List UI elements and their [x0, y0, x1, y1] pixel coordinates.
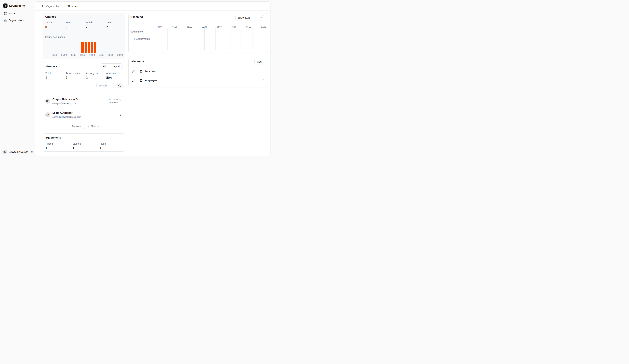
- bar-slot: [103, 42, 106, 53]
- bar-slot: [87, 42, 91, 53]
- panel-left-icon[interactable]: [41, 4, 44, 7]
- stat-label: Adoption: [106, 72, 127, 75]
- stat-label: Active year: [86, 72, 106, 75]
- drag-grip-icon[interactable]: [262, 70, 264, 73]
- bar-slot: [106, 42, 109, 53]
- bar-slot: [91, 42, 94, 53]
- delete-trash-icon[interactable]: [140, 79, 142, 82]
- edit-pencil-icon[interactable]: [132, 79, 135, 82]
- chevron-right-icon: [63, 5, 65, 7]
- chevrons-up-down-icon: [31, 151, 33, 153]
- stat-value: 1: [45, 146, 72, 150]
- stat-label: Plugs: [100, 142, 127, 145]
- planning-row: [130, 43, 265, 50]
- sidebar-item-label: Home: [9, 12, 15, 15]
- sidebar-item-label: Organizations: [9, 19, 24, 22]
- bar-slot: [115, 42, 119, 53]
- drag-grip-icon[interactable]: [262, 79, 264, 82]
- page-1-button[interactable]: 1: [84, 124, 89, 129]
- next-label: Next: [91, 125, 96, 128]
- previous-page-button[interactable]: Previous: [68, 125, 81, 128]
- hourly-chart-bars: [47, 42, 122, 53]
- chevron-down-icon: [78, 5, 80, 7]
- planning-row-label: Fredericmouth: [130, 38, 150, 40]
- bar-slot: [112, 42, 115, 53]
- planning-row: Fredericmouth: [130, 35, 265, 42]
- bar: [94, 42, 96, 53]
- delete-trash-icon[interactable]: [140, 70, 142, 73]
- planning-row: South Elvie: [130, 28, 265, 35]
- search-button[interactable]: [117, 83, 123, 88]
- member-info: Leola Aufderharabner-douglas@deliverup.c…: [52, 111, 119, 118]
- last-charge-label: Last charge: [108, 98, 118, 101]
- members-actions: Add Import: [100, 63, 123, 69]
- hierarchy-row: employee: [131, 76, 264, 84]
- avatar: LA: [45, 112, 50, 117]
- breadcrumb-organizations[interactable]: Organizations: [46, 5, 61, 7]
- planning-title: Planning: [131, 15, 143, 18]
- x-tick-label: 17:00: [99, 54, 104, 56]
- bar-slot: [97, 42, 100, 53]
- bar-slot: [69, 42, 72, 53]
- search-input[interactable]: [96, 83, 114, 88]
- hourly-chart-title: Hourly occupation: [45, 36, 65, 38]
- stat-value: 2: [86, 25, 106, 29]
- stat-value: 2: [65, 25, 86, 29]
- add-hierarchy-button[interactable]: Add: [254, 59, 264, 64]
- charges-title: Charges: [45, 15, 56, 18]
- hierarchy-card: Hierarchy Add functionemployee: [128, 57, 267, 87]
- x-tick-label: 11:00: [80, 54, 85, 56]
- sidebar: LaChargerie Home Orga: [0, 0, 35, 157]
- next-page-button[interactable]: Next: [91, 125, 100, 128]
- chevron-down-icon: [260, 16, 262, 19]
- bar-slot: [62, 42, 65, 53]
- bar-slot: [47, 42, 50, 53]
- x-tick-label: 02:00: [52, 54, 57, 56]
- bar-slot: [81, 42, 84, 53]
- avatar: GS: [45, 99, 50, 104]
- add-member-button[interactable]: Add: [100, 63, 110, 69]
- chevron-right-icon: [97, 125, 100, 127]
- planning-rows: South ElvieFredericmouth: [130, 28, 265, 50]
- hourly-chart-xlabels: 02:0005:0008:0011:0014:0017:0020:0023:00: [47, 54, 122, 57]
- import-members-button[interactable]: Import: [110, 63, 123, 69]
- sidebar-item-home[interactable]: Home: [2, 11, 32, 16]
- planning-date-select[interactable]: 11/29/2025: [235, 15, 264, 20]
- x-tick-label: 14:00: [89, 54, 95, 56]
- breadcrumb: Organizations Wiza Inc: [35, 1, 270, 11]
- edit-pencil-icon[interactable]: [132, 70, 135, 73]
- equipments-stats: Places1 Stations1 Plugs1: [45, 142, 127, 150]
- bar-slot: [109, 42, 112, 53]
- hierarchy-item-label: employee: [145, 79, 262, 82]
- stat-value: 2: [106, 25, 126, 29]
- stat-value: 1: [72, 146, 100, 150]
- stat-label: Places: [45, 142, 72, 145]
- planning-card: Planning 11/29/2025 00:0001:0002:0003:00…: [128, 13, 267, 53]
- equipments-title: Equipments: [45, 136, 61, 139]
- planning-row-label: South Elvie: [130, 30, 143, 33]
- sidebar-nav: Home Organizations: [2, 11, 32, 23]
- hierarchy-list: functionemployee: [131, 67, 264, 84]
- stat-label: Active month: [66, 72, 86, 75]
- brand-name: LaChargerie: [9, 4, 25, 7]
- laravel-logo-icon: [3, 3, 7, 8]
- kebab-menu-icon[interactable]: [119, 100, 122, 103]
- member-row: GSGrayce Halvorson Sr.dbroquin@deliverup…: [45, 94, 123, 108]
- stat-label: Total: [45, 72, 66, 75]
- stat-value: 1: [66, 76, 86, 80]
- sidebar-item-organizations[interactable]: Organizations: [2, 18, 32, 23]
- user-menu[interactable]: GS Grayce Halvorson Sr.: [2, 149, 33, 154]
- bar-slot: [75, 42, 78, 53]
- search-icon: [118, 84, 121, 87]
- last-charge: Last chargetomorrow: [108, 98, 118, 104]
- charges-stats: Today0 Week2 Month2 Year2: [45, 21, 126, 29]
- stat-value: 0: [45, 25, 65, 29]
- breadcrumb-current[interactable]: Wiza Inc: [67, 5, 80, 7]
- last-charge-value: tomorrow: [108, 102, 118, 104]
- member-name: Grayce Halvorson Sr.: [52, 98, 108, 101]
- equipments-card: Equipments Places1 Stations1 Plugs1: [43, 133, 125, 152]
- bar-slot: [84, 42, 87, 53]
- kebab-menu-icon[interactable]: [119, 113, 122, 116]
- member-name: Leola Aufderhar: [52, 111, 119, 114]
- main-panel: Organizations Wiza Inc Charges Today0 We…: [35, 1, 271, 156]
